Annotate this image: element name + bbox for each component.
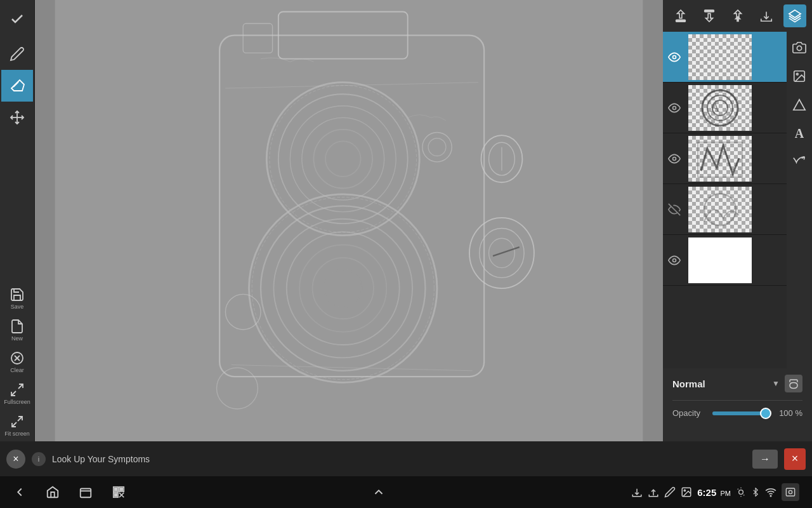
layer-thumbnail: A bbox=[688, 85, 752, 131]
new-label: New bbox=[11, 335, 23, 342]
blend-mode-row: Normal ▼ bbox=[672, 375, 802, 392]
new-button[interactable]: New bbox=[1, 314, 33, 346]
layer-visibility-icon[interactable] bbox=[663, 184, 686, 235]
layer-item[interactable] bbox=[663, 32, 787, 83]
svg-point-61 bbox=[797, 46, 801, 50]
camera-icon[interactable] bbox=[790, 38, 809, 57]
fit-screen-label: Fit screen bbox=[4, 431, 30, 437]
shape-icon[interactable] bbox=[790, 95, 809, 114]
svg-point-63 bbox=[796, 73, 798, 75]
svg-rect-10 bbox=[55, 0, 643, 441]
canvas-drawing[interactable] bbox=[35, 0, 663, 441]
svg-line-0 bbox=[13, 82, 18, 87]
wifi-icon bbox=[765, 486, 776, 498]
svg-point-78 bbox=[684, 490, 686, 491]
fullscreen-label: Fullscreen bbox=[4, 399, 30, 405]
layers-panel-icon[interactable] bbox=[783, 4, 806, 27]
notification-action-button[interactable]: → bbox=[752, 450, 778, 469]
layer-thumbnail bbox=[688, 187, 752, 232]
scroll-up-icon[interactable] bbox=[372, 485, 386, 499]
recents-button[interactable] bbox=[79, 485, 93, 499]
android-nav-left bbox=[13, 485, 126, 499]
blend-mode-value: Normal bbox=[672, 378, 767, 389]
layer-item[interactable] bbox=[663, 184, 787, 235]
layer-item[interactable] bbox=[663, 133, 787, 184]
svg-rect-65 bbox=[81, 489, 91, 498]
left-sidebar: Save New Clear bbox=[0, 0, 35, 441]
layers-list: A bbox=[663, 32, 787, 368]
svg-line-6 bbox=[18, 384, 23, 389]
merge-up-icon[interactable] bbox=[698, 4, 721, 27]
clear-button[interactable]: Clear bbox=[1, 346, 33, 378]
svg-point-51 bbox=[673, 106, 676, 109]
save-label: Save bbox=[11, 304, 24, 310]
main-content: Save New Clear bbox=[0, 0, 812, 441]
status-bar-right: 6:25 PM bbox=[631, 483, 799, 501]
qr-button[interactable] bbox=[112, 485, 126, 499]
image-status-icon bbox=[681, 486, 692, 498]
blend-opacity-panel: Normal ▼ Opacity bbox=[663, 368, 812, 441]
right-icons-column: A bbox=[787, 32, 812, 368]
fit-screen-button[interactable]: Fit screen bbox=[1, 410, 33, 441]
layer-toolbar bbox=[663, 0, 812, 32]
svg-line-83 bbox=[743, 495, 744, 495]
layer-thumbnail bbox=[688, 34, 752, 80]
fullscreen-button[interactable]: Fullscreen bbox=[1, 378, 33, 410]
svg-point-56 bbox=[673, 157, 676, 160]
opacity-slider-thumb[interactable] bbox=[760, 408, 771, 419]
duplicate-layer-icon[interactable] bbox=[726, 4, 749, 27]
download-layer-icon[interactable] bbox=[755, 4, 778, 27]
layer-thumbnail bbox=[688, 237, 752, 283]
eraser-tool[interactable] bbox=[1, 70, 33, 102]
svg-line-8 bbox=[12, 422, 16, 427]
save-button[interactable]: Save bbox=[1, 283, 33, 314]
app-container: Save New Clear bbox=[0, 0, 812, 508]
transform-icon[interactable] bbox=[790, 152, 809, 171]
svg-point-60 bbox=[673, 258, 676, 262]
notification-close-button[interactable]: × bbox=[6, 450, 25, 469]
right-panel: A bbox=[663, 0, 812, 441]
pen-tool[interactable] bbox=[1, 38, 33, 70]
merge-down-icon[interactable] bbox=[669, 4, 692, 27]
svg-line-7 bbox=[11, 391, 16, 396]
notification-bar: × i Look Up Your Symptoms → × bbox=[0, 441, 812, 476]
svg-marker-64 bbox=[794, 100, 805, 110]
bluetooth-icon bbox=[751, 488, 760, 497]
screenshot-icon[interactable] bbox=[782, 483, 799, 501]
opacity-row: Opacity 100 % bbox=[672, 408, 802, 418]
blend-color-icon[interactable] bbox=[785, 375, 802, 392]
svg-line-82 bbox=[738, 489, 738, 490]
notification-info-icon: i bbox=[32, 452, 46, 466]
move-tool[interactable] bbox=[1, 102, 33, 133]
notification-dismiss-button[interactable]: × bbox=[784, 448, 806, 470]
layer-visibility-icon[interactable] bbox=[663, 83, 686, 133]
layer-visibility-icon[interactable] bbox=[663, 133, 686, 184]
svg-rect-72 bbox=[115, 494, 117, 497]
layer-visibility-icon[interactable] bbox=[663, 235, 686, 286]
layer-thumbnail bbox=[688, 136, 752, 182]
clear-label: Clear bbox=[10, 367, 24, 373]
layers-panel: A bbox=[663, 32, 812, 368]
blend-mode-arrow: ▼ bbox=[772, 379, 780, 388]
back-button[interactable] bbox=[13, 485, 27, 499]
android-nav-bar: 6:25 PM bbox=[0, 476, 812, 508]
opacity-value: 100 % bbox=[774, 408, 802, 418]
svg-line-9 bbox=[18, 417, 22, 421]
brightness-icon bbox=[736, 487, 746, 497]
upload-status-icon bbox=[648, 486, 659, 498]
opacity-slider[interactable] bbox=[712, 411, 769, 415]
image-icon[interactable] bbox=[790, 67, 809, 86]
text-tool-icon[interactable]: A bbox=[790, 124, 809, 143]
layer-item[interactable] bbox=[663, 235, 787, 286]
svg-point-59 bbox=[704, 194, 736, 225]
svg-text:A: A bbox=[710, 100, 720, 114]
layer-item[interactable]: A bbox=[663, 83, 787, 133]
time-display: 6:25 PM bbox=[697, 487, 731, 498]
svg-rect-43 bbox=[676, 20, 685, 22]
home-button[interactable] bbox=[46, 485, 60, 499]
notification-text: Look Up Your Symptoms bbox=[52, 454, 746, 464]
canvas-area[interactable] bbox=[35, 0, 663, 441]
confirm-button[interactable] bbox=[1, 3, 33, 35]
svg-marker-44 bbox=[705, 13, 712, 22]
layer-visibility-icon[interactable] bbox=[663, 32, 686, 83]
